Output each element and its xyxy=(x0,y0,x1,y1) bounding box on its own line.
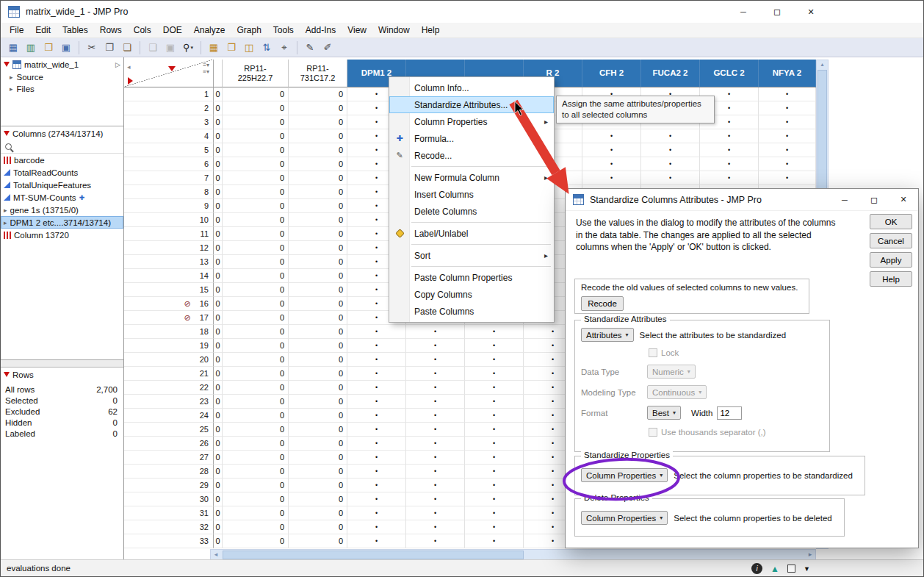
menu-item-column-info[interactable]: Column Info... xyxy=(389,79,554,96)
data-cell[interactable]: 0 xyxy=(289,185,347,199)
column-item[interactable]: barcode xyxy=(1,154,123,166)
selected-column-header[interactable]: FUCA2 2 xyxy=(641,60,700,87)
missing-value-cell[interactable]: • xyxy=(465,437,524,451)
sort-columns-icon[interactable]: ⇅ xyxy=(259,40,275,55)
missing-value-cell[interactable]: • xyxy=(700,129,759,143)
menu-item-label-unlabel[interactable]: Label/Unlabel xyxy=(389,225,554,242)
menu-edit[interactable]: Edit xyxy=(29,25,57,35)
journal-icon[interactable]: ▦ xyxy=(206,40,222,55)
lock-checkbox[interactable] xyxy=(649,348,657,357)
sidebar-item-source[interactable]: Source xyxy=(1,71,123,83)
missing-value-cell[interactable]: • xyxy=(759,115,816,129)
row-header[interactable]: 22 xyxy=(124,381,214,395)
data-cell[interactable]: 0 xyxy=(223,437,289,451)
missing-value-cell[interactable]: • xyxy=(347,395,406,409)
data-cell[interactable]: 0 xyxy=(214,283,223,297)
data-cell[interactable]: 0 xyxy=(223,520,289,534)
menu-item-paste-column-properties[interactable]: Paste Column Properties xyxy=(389,269,554,286)
data-cell[interactable]: 0 xyxy=(289,353,347,367)
cut-icon[interactable]: ✂ xyxy=(84,40,100,55)
row-header[interactable]: 30 xyxy=(124,492,214,506)
data-cell[interactable]: 0 xyxy=(223,115,289,129)
minimize-button[interactable] xyxy=(726,1,760,23)
missing-value-cell[interactable]: • xyxy=(465,534,524,548)
data-cell[interactable]: 0 xyxy=(223,283,289,297)
data-cell[interactable]: 0 xyxy=(223,492,289,506)
data-cell[interactable]: 0 xyxy=(289,199,347,213)
apply-button[interactable]: Apply xyxy=(870,252,912,268)
row-header[interactable]: 23 xyxy=(124,395,214,409)
missing-value-cell[interactable]: • xyxy=(759,101,816,115)
selected-column-header[interactable]: GCLC 2 xyxy=(700,60,759,87)
data-cell[interactable]: 0 xyxy=(289,255,347,269)
search-icon[interactable]: ⚲▾ xyxy=(180,40,196,55)
sidebar-item-files[interactable]: Files xyxy=(1,83,123,95)
data-cell[interactable]: 0 xyxy=(214,451,223,465)
data-cell[interactable]: 0 xyxy=(289,115,347,129)
data-cell[interactable]: 0 xyxy=(223,534,289,548)
selected-column-header[interactable]: CFH 2 xyxy=(582,60,641,87)
missing-value-cell[interactable]: • xyxy=(347,409,406,423)
width-input[interactable] xyxy=(717,406,742,420)
row-header[interactable]: 29 xyxy=(124,479,214,492)
data-cell[interactable]: 0 xyxy=(214,255,223,269)
row-header[interactable]: 33 xyxy=(124,534,214,548)
data-cell[interactable]: 0 xyxy=(289,381,347,395)
data-cell[interactable]: 0 xyxy=(223,199,289,213)
data-cell[interactable]: 0 xyxy=(223,129,289,143)
data-cell[interactable]: 0 xyxy=(223,465,289,479)
column-header[interactable]: RP11- 731C17.2 xyxy=(289,60,347,87)
row-header[interactable]: 10 xyxy=(124,213,214,227)
menu-item-sort[interactable]: Sort▸ xyxy=(389,247,554,264)
attributes-dropdown[interactable]: Attributes xyxy=(581,328,634,342)
row-header[interactable]: 28 xyxy=(124,465,214,479)
data-cell[interactable]: 0 xyxy=(223,87,289,101)
column-header[interactable] xyxy=(214,60,223,87)
row-header[interactable]: 6 xyxy=(124,157,214,171)
lock-icon[interactable]: ▣ xyxy=(162,40,178,55)
row-header[interactable]: 4 xyxy=(124,129,214,143)
data-cell[interactable]: 0 xyxy=(214,297,223,311)
missing-value-cell[interactable]: • xyxy=(347,520,406,534)
data-cell[interactable]: 0 xyxy=(214,311,223,325)
missing-value-cell[interactable]: • xyxy=(406,506,465,520)
data-cell[interactable]: 0 xyxy=(223,367,289,381)
missing-value-cell[interactable]: • xyxy=(759,143,816,157)
row-header[interactable]: 24 xyxy=(124,409,214,423)
missing-value-cell[interactable]: • xyxy=(641,129,700,143)
row-header[interactable]: 32 xyxy=(124,520,214,534)
paste-icon[interactable]: ❏ xyxy=(119,40,135,55)
column-item[interactable]: ▸gene 1s (13715/0) xyxy=(1,204,123,216)
missing-value-cell[interactable]: • xyxy=(465,381,524,395)
data-cell[interactable]: 0 xyxy=(289,339,347,353)
data-cell[interactable]: 0 xyxy=(289,409,347,423)
missing-value-cell[interactable]: • xyxy=(406,353,465,367)
columns-red-triangle-icon[interactable] xyxy=(168,66,176,71)
data-cell[interactable]: 0 xyxy=(289,367,347,381)
missing-value-cell[interactable]: • xyxy=(759,157,816,171)
menu-rows[interactable]: Rows xyxy=(94,25,128,35)
missing-value-cell[interactable]: • xyxy=(582,157,641,171)
data-cell[interactable]: 0 xyxy=(223,479,289,492)
scroll-right-icon[interactable] xyxy=(805,551,815,558)
column-item[interactable]: Column 13720 xyxy=(1,229,123,241)
missing-value-cell[interactable]: • xyxy=(465,409,524,423)
data-cell[interactable]: 0 xyxy=(289,171,347,185)
menu-graph[interactable]: Graph xyxy=(231,25,267,35)
menu-tables[interactable]: Tables xyxy=(57,25,94,35)
data-cell[interactable]: 0 xyxy=(289,241,347,255)
data-cell[interactable]: 0 xyxy=(214,367,223,381)
data-cell[interactable]: 0 xyxy=(289,311,347,325)
missing-value-cell[interactable]: • xyxy=(465,465,524,479)
row-header[interactable]: ⊘16 xyxy=(124,297,214,311)
dialog-close-button[interactable] xyxy=(889,189,918,211)
missing-value-cell[interactable]: • xyxy=(406,381,465,395)
missing-value-cell[interactable]: • xyxy=(347,423,406,437)
row-header[interactable]: 20 xyxy=(124,353,214,367)
data-cell[interactable]: 0 xyxy=(289,520,347,534)
row-header[interactable]: 9 xyxy=(124,199,214,213)
row-header[interactable]: 25 xyxy=(124,423,214,437)
format-dropdown[interactable]: Best xyxy=(647,406,681,420)
data-cell[interactable]: 0 xyxy=(214,534,223,548)
menu-view[interactable]: View xyxy=(342,25,372,35)
